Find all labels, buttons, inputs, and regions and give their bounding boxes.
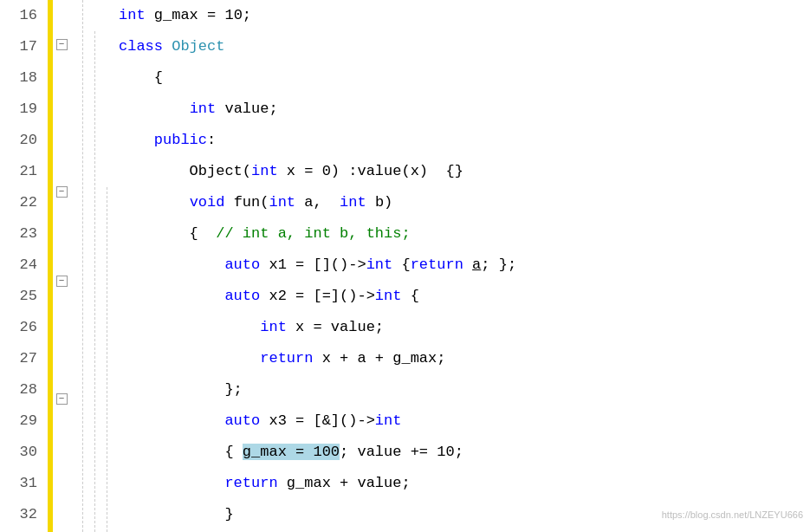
collapse-spacer-20 — [53, 118, 70, 147]
code-line-17: class Object — [119, 31, 810, 62]
code-text-23: { // int a, int b, this; — [119, 218, 411, 250]
code-line-19: int value; — [119, 94, 810, 125]
guide-3 — [107, 187, 107, 532]
ln-31: 31 — [0, 468, 44, 499]
kw-int-19: int — [190, 101, 217, 117]
url-watermark: https://blog.csdn.net/LNZEYU666 — [662, 499, 803, 530]
collapse-x2[interactable]: − — [53, 266, 70, 295]
code-text-21: Object(int x = 0) :value(x) {} — [119, 156, 463, 187]
collapse-x3[interactable]: − — [53, 384, 70, 413]
kw-auto-25: auto — [224, 288, 260, 304]
collapse-spacer-21 — [53, 148, 70, 178]
collapse-btn-17[interactable]: − — [56, 39, 68, 50]
code-line-26: int x = value; — [119, 312, 810, 343]
guide-2 — [94, 31, 95, 532]
kw-class-17: class — [119, 38, 163, 55]
code-text-32: } — [119, 499, 234, 530]
ln-27: 27 — [0, 343, 44, 374]
kw-return-27: return — [260, 350, 313, 367]
kw-auto-29: auto — [224, 412, 260, 429]
ln-24: 24 — [0, 250, 44, 281]
collapse-btn-29[interactable]: − — [56, 393, 68, 405]
collapse-spacer-23 — [53, 207, 70, 237]
kw-int-21a: int — [251, 163, 278, 179]
ln-17: 17 — [0, 31, 44, 62]
code-line-29: auto x3 = [&]()->int — [119, 405, 810, 437]
code-line-22: void fun(int a, int b) — [119, 187, 810, 218]
code-line-28: }; — [119, 374, 810, 405]
collapse-spacer-18 — [53, 59, 70, 88]
kw-int-22a: int — [269, 194, 295, 211]
ln-16: 16 — [0, 0, 44, 31]
kw-int-26: int — [260, 319, 287, 335]
dashed-guides-area — [70, 0, 119, 532]
code-text-24: auto x1 = []()->int {return a; }; — [119, 250, 516, 281]
code-text-19: int value; — [119, 94, 278, 125]
collapse-spacer-33 — [53, 503, 70, 532]
code-text-16: int g_max = 10; — [119, 0, 251, 31]
ln-19: 19 — [0, 94, 44, 125]
code-editor: 16 17 18 19 20 21 22 23 24 25 26 27 28 2… — [0, 0, 810, 532]
line-numbers: 16 17 18 19 20 21 22 23 24 25 26 27 28 2… — [0, 0, 48, 532]
ln-23: 23 — [0, 218, 44, 250]
code-text-17: class Object — [119, 31, 224, 62]
collapse-spacer-30 — [53, 414, 70, 444]
collapse-spacer-24 — [53, 237, 70, 266]
collapse-spacer-31 — [53, 444, 70, 473]
code-line-30: { g_max = 100; value += 10; — [119, 437, 810, 468]
code-line-31: return g_max + value; — [119, 468, 810, 499]
collapse-spacer-16 — [53, 0, 70, 29]
collapse-btn-22[interactable]: − — [56, 186, 68, 198]
kw-public-20: public — [154, 132, 207, 148]
guide-1 — [82, 0, 83, 532]
code-plain-16: g_max = 10; — [146, 7, 251, 23]
code-text-31: return g_max + value; — [119, 468, 411, 499]
collapse-spacer-28 — [53, 354, 70, 384]
comment-23: // int a, int b, this; — [216, 225, 410, 242]
code-text-29: auto x3 = [&]()->int — [119, 405, 401, 437]
code-content: int g_max = 10; class Object { int value… — [119, 0, 810, 532]
kw-void-22: void — [190, 194, 225, 211]
collapse-fun[interactable]: − — [53, 178, 70, 207]
kw-int-22b: int — [340, 194, 366, 211]
code-line-16: int g_max = 10; — [119, 0, 810, 31]
code-line-25: auto x2 = [=]()->int { — [119, 281, 810, 312]
code-line-18: { — [119, 62, 810, 94]
kw-return-24: return — [411, 256, 463, 273]
ln-32: 32 — [0, 499, 44, 530]
var-a-24: a — [472, 256, 481, 273]
code-text-28: }; — [119, 374, 243, 405]
kw-int-29: int — [375, 412, 402, 429]
ln-25: 25 — [0, 281, 44, 312]
code-text-30: { g_max = 100; value += 10; — [119, 437, 463, 468]
cls-object-17: Object — [163, 38, 224, 55]
collapse-spacer-27 — [53, 325, 70, 354]
collapse-spacer-26 — [53, 295, 70, 325]
kw-auto-24: auto — [224, 256, 260, 273]
ln-21: 21 — [0, 156, 44, 187]
code-line-27: return x + a + g_max; — [119, 343, 810, 374]
ln-26: 26 — [0, 312, 44, 343]
kw-int-24: int — [366, 256, 393, 273]
ln-30: 30 — [0, 437, 44, 468]
collapse-spacer-32 — [53, 473, 70, 503]
code-line-21: Object(int x = 0) :value(x) {} — [119, 156, 810, 187]
ln-18: 18 — [0, 62, 44, 94]
kw-int-25: int — [375, 288, 402, 304]
ln-28: 28 — [0, 374, 44, 405]
kw-int-16: int — [119, 7, 146, 23]
ln-29: 29 — [0, 405, 44, 437]
code-text-25: auto x2 = [=]()->int { — [119, 281, 419, 312]
ln-20: 20 — [0, 125, 44, 156]
highlight-gmax-30: g_max = 100 — [243, 444, 340, 460]
code-line-24: auto x1 = []()->int {return a; }; — [119, 250, 810, 281]
code-text-18: { — [119, 62, 163, 94]
code-line-20: public: — [119, 125, 810, 156]
collapse-class[interactable]: − — [53, 29, 70, 59]
code-text-26: int x = value; — [119, 312, 384, 343]
collapse-btn-25[interactable]: − — [56, 276, 68, 287]
code-line-23: { // int a, int b, this; — [119, 218, 810, 250]
ln-22: 22 — [0, 187, 44, 218]
code-text-20: public: — [119, 125, 216, 156]
kw-return-31: return — [224, 475, 277, 491]
